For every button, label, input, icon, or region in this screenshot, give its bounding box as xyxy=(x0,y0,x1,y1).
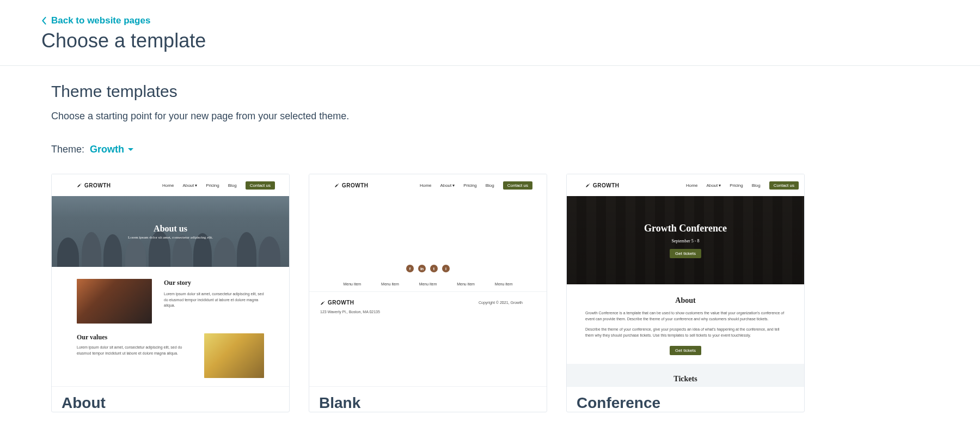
preview-about-cta: Get tickets xyxy=(670,346,701,355)
preview-story-title: Our story xyxy=(164,279,264,287)
preview-story-body: Lorem ipsum dolor sit amet, consectetur … xyxy=(164,291,264,309)
template-card-title: Blank xyxy=(309,387,547,412)
template-card-about[interactable]: GROWTH Home About▾ Pricing Blog Contact … xyxy=(51,174,290,412)
preview-values-body: Lorem ipsum dolor sit amet, consectetur … xyxy=(77,345,192,356)
theme-select[interactable]: Growth xyxy=(90,144,134,155)
page-title: Choose a template xyxy=(41,29,980,52)
twitter-icon: t xyxy=(430,265,438,272)
preview-about-body-1: Growth Conference is a template that can… xyxy=(585,310,786,322)
back-link-label: Back to website pages xyxy=(51,15,150,26)
preview-address: 123 Waverly Pl., Boston, MA 02135 xyxy=(309,309,547,314)
preview-hero-cta: Get tickets xyxy=(670,249,701,258)
brand-logo: GROWTH xyxy=(334,182,369,188)
section-subtitle: Choose a starting point for your new pag… xyxy=(51,111,980,122)
rocket-icon xyxy=(320,300,326,306)
preview-values-title: Our values xyxy=(77,333,192,342)
chevron-left-icon xyxy=(41,17,47,25)
preview-nav: Home About▾ Pricing Blog Contact us xyxy=(686,181,799,190)
template-card-blank[interactable]: GROWTH Home About▾ Pricing Blog Contact … xyxy=(309,174,547,412)
theme-selected-value: Growth xyxy=(90,144,124,155)
preview-social-icons: f in t i xyxy=(309,261,547,272)
preview-cta-button: Contact us xyxy=(769,181,799,190)
back-link[interactable]: Back to website pages xyxy=(41,15,150,26)
brand-logo: GROWTH xyxy=(320,300,354,306)
brand-logo: GROWTH xyxy=(77,182,111,188)
caret-down-icon xyxy=(127,147,134,153)
facebook-icon: f xyxy=(406,265,414,272)
theme-label: Theme: xyxy=(51,144,84,155)
template-card-title: About xyxy=(52,387,289,412)
preview-about-body-2: Describe the theme of your conference, g… xyxy=(585,327,786,339)
preview-cta-button: Contact us xyxy=(246,181,275,190)
preview-story-image xyxy=(77,279,152,324)
linkedin-icon: in xyxy=(418,265,426,272)
template-preview-about: GROWTH Home About▾ Pricing Blog Contact … xyxy=(52,174,289,387)
section-title: Theme templates xyxy=(51,82,980,101)
rocket-icon xyxy=(334,182,340,188)
preview-tickets-title: Tickets xyxy=(585,375,786,383)
instagram-icon: i xyxy=(442,265,450,272)
preview-hero-title: About us xyxy=(154,224,187,234)
template-preview-conference: GROWTH Home About▾ Pricing Blog Contact … xyxy=(567,174,804,387)
preview-copyright: Copyright © 2021, Growth xyxy=(479,301,523,304)
preview-values-image xyxy=(204,333,264,378)
preview-hero-title: Growth Conference xyxy=(644,223,727,234)
preview-nav: Home About▾ Pricing Blog Contact us xyxy=(420,181,532,190)
preview-about-title: About xyxy=(585,296,786,305)
template-card-title: Conference xyxy=(567,387,804,412)
preview-hero-dates: September 5 - 8 xyxy=(672,239,700,243)
preview-footer-menu: Menu item Menu item Menu item Menu item … xyxy=(309,272,547,292)
preview-cta-button: Contact us xyxy=(503,181,532,190)
template-card-conference[interactable]: GROWTH Home About▾ Pricing Blog Contact … xyxy=(566,174,805,412)
preview-hero-sub: Lorem ipsum dolor sit amet, consectetur … xyxy=(128,235,213,240)
rocket-icon xyxy=(77,182,82,188)
preview-nav: Home About▾ Pricing Blog Contact us xyxy=(162,181,275,190)
brand-logo: GROWTH xyxy=(585,182,620,188)
template-preview-blank: GROWTH Home About▾ Pricing Blog Contact … xyxy=(309,174,547,387)
rocket-icon xyxy=(585,182,591,188)
